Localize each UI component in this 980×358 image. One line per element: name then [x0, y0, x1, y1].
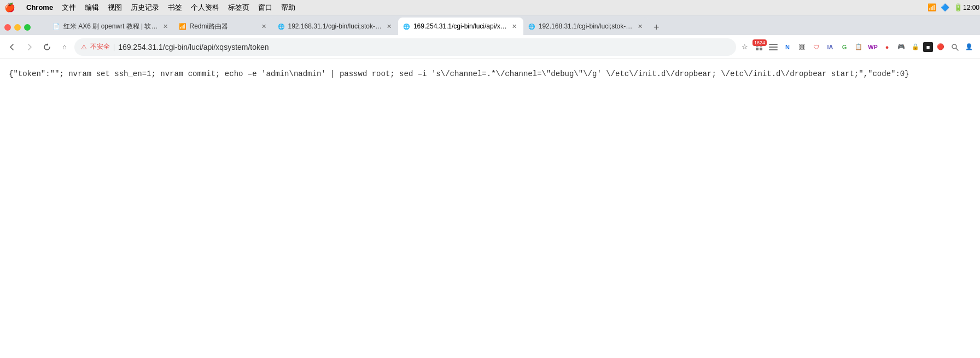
tab-openwrt[interactable]: 📄 红米 AX6 刷 openwrt 教程 | 软… ✕ — [48, 18, 174, 35]
tabbar: 📄 红米 AX6 刷 openwrt 教程 | 软… ✕ 📶 Redmi路由器 … — [0, 15, 980, 35]
menubar-battery-icon: 🔋 — [954, 3, 962, 12]
back-button[interactable] — [4, 39, 20, 55]
svg-rect-6 — [769, 49, 778, 50]
page-response-text: {"token":""; nvram set ssh_en=1; nvram c… — [9, 70, 909, 78]
tab3-close-button[interactable]: ✕ — [385, 22, 394, 31]
tab2-favicon: 📶 — [179, 22, 186, 30]
svg-rect-5 — [769, 47, 778, 48]
menu-file[interactable]: 文件 — [62, 3, 76, 13]
bookmark-star-icon[interactable]: ☆ — [738, 41, 751, 54]
tab-luci-stok[interactable]: 🌐 192.168.31.1/cgi-bin/luci;stok-… ✕ — [273, 18, 398, 35]
addressbar: ⌂ ⚠ 不安全 | 169.254.31.1/cgi-bin/luci/api/… — [0, 35, 980, 59]
toolbar-icons: ☆ 1624 N 🖼 🛡 IA G 📋 WP ● 🎮 🔒 ■ 🔴 👤 — [738, 41, 976, 54]
ext5-icon[interactable]: G — [838, 41, 851, 54]
menubar-wifi-icon: 📶 — [928, 3, 936, 12]
menu-window[interactable]: 窗口 — [258, 3, 272, 13]
ext11-icon[interactable]: ■ — [923, 42, 933, 52]
minimize-window-button[interactable] — [14, 24, 21, 31]
tab1-close-button[interactable]: ✕ — [161, 22, 170, 31]
extensions-icon[interactable]: 1624 — [752, 41, 766, 54]
apple-menu[interactable]: 🍎 — [4, 2, 15, 13]
security-warning-icon: ⚠ — [81, 43, 87, 51]
tab5-title: 192.168.31.1/cgi-bin/luci;stok-… — [539, 22, 632, 30]
menu-view[interactable]: 视图 — [108, 3, 122, 13]
tab-luci-stok2[interactable]: 🌐 192.168.31.1/cgi-bin/luci;stok-… ✕ — [523, 18, 649, 35]
ext3-icon[interactable]: 🛡 — [809, 41, 822, 54]
svg-point-7 — [952, 44, 956, 49]
chrome-menu-icon[interactable] — [767, 41, 780, 54]
app-name[interactable]: Chrome — [26, 3, 53, 11]
tab1-favicon: 📄 — [52, 22, 60, 30]
svg-rect-4 — [769, 44, 778, 45]
menubar: 🍎 Chrome 文件 编辑 视图 历史记录 书签 个人资料 标签页 窗口 帮助… — [0, 0, 980, 15]
svg-line-8 — [956, 48, 959, 50]
menu-history[interactable]: 历史记录 — [131, 3, 159, 13]
forward-button[interactable] — [22, 39, 37, 55]
page-content: {"token":""; nvram set ssh_en=1; nvram c… — [0, 59, 980, 89]
search-icon[interactable] — [948, 41, 961, 54]
address-separator: | — [113, 43, 115, 51]
menu-profile[interactable]: 个人资料 — [191, 3, 219, 13]
menu-help[interactable]: 帮助 — [281, 3, 295, 13]
ext2-icon[interactable]: 🖼 — [795, 41, 808, 54]
ext12-icon[interactable]: 🔴 — [934, 41, 947, 54]
menu-bookmarks[interactable]: 书签 — [168, 3, 182, 13]
tab-redmi-router[interactable]: 📶 Redmi路由器 ✕ — [174, 18, 273, 35]
not-secure-label: 不安全 — [90, 42, 110, 51]
ext7-icon[interactable]: WP — [866, 41, 879, 54]
tab2-title: Redmi路由器 — [190, 22, 256, 31]
new-tab-button[interactable]: + — [649, 20, 664, 35]
ext4-icon[interactable]: IA — [824, 41, 837, 54]
tab5-favicon: 🌐 — [528, 22, 535, 30]
menu-edit[interactable]: 编辑 — [85, 3, 99, 13]
tab3-title: 192.168.31.1/cgi-bin/luci;stok-… — [288, 22, 382, 30]
menubar-bt-icon: 🔷 — [941, 3, 949, 12]
svg-rect-3 — [760, 48, 762, 50]
tab4-favicon: 🌐 — [402, 22, 410, 30]
tab3-favicon: 🌐 — [277, 22, 285, 30]
tab1-title: 红米 AX6 刷 openwrt 教程 | 软… — [63, 22, 158, 31]
menubar-system-icons: 📶 🔷 🔋 12:00 — [928, 3, 976, 12]
ext10-icon[interactable]: 🔒 — [909, 41, 922, 54]
tab-xqsystem-token[interactable]: 🌐 169.254.31.1/cgi-bin/luci/api/x… ✕ — [398, 18, 523, 35]
tab4-close-button[interactable]: ✕ — [510, 22, 519, 31]
home-button[interactable]: ⌂ — [57, 39, 72, 55]
address-bar[interactable]: ⚠ 不安全 | 169.254.31.1/cgi-bin/luci/api/xq… — [74, 38, 736, 56]
menubar-clock: 12:00 — [967, 3, 976, 12]
refresh-button[interactable] — [39, 39, 55, 55]
tab5-close-button[interactable]: ✕ — [635, 22, 644, 31]
profile-icon[interactable]: 👤 — [962, 41, 976, 54]
url-display[interactable]: 169.254.31.1/cgi-bin/luci/api/xqsystem/t… — [118, 43, 730, 51]
tab2-close-button[interactable]: ✕ — [260, 22, 269, 31]
svg-rect-2 — [756, 48, 759, 50]
ext8-icon[interactable]: ● — [880, 41, 894, 54]
ext9-icon[interactable]: 🎮 — [895, 41, 908, 54]
ext1-icon[interactable]: N — [781, 41, 794, 54]
maximize-window-button[interactable] — [24, 24, 31, 31]
window-controls — [4, 18, 31, 37]
menu-tabs[interactable]: 标签页 — [228, 3, 249, 13]
tab4-title: 169.254.31.1/cgi-bin/luci/api/x… — [413, 22, 507, 30]
ext6-icon[interactable]: 📋 — [852, 41, 865, 54]
close-window-button[interactable] — [4, 24, 11, 31]
